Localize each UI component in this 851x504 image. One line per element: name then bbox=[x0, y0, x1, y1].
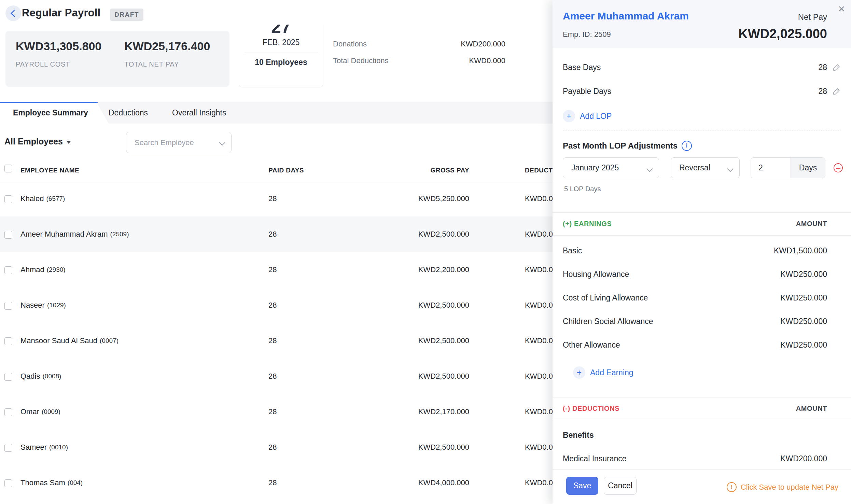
panel-header: Ameer Muhammad Akram Net Pay Emp. ID: 25… bbox=[553, 0, 851, 48]
row-checkbox[interactable] bbox=[4, 337, 12, 345]
back-button[interactable] bbox=[5, 5, 21, 21]
tab-deductions[interactable]: Deductions bbox=[109, 102, 148, 124]
employee-name: Omar bbox=[20, 407, 39, 416]
column-employee-name: EMPLOYEE NAME bbox=[20, 167, 79, 174]
row-checkbox[interactable] bbox=[4, 408, 12, 416]
deduction-group-row: Benefits bbox=[553, 423, 851, 447]
edit-pencil-icon[interactable] bbox=[833, 87, 841, 95]
row-checkbox[interactable] bbox=[4, 231, 12, 239]
employee-id: (0010) bbox=[49, 444, 68, 451]
deduction-group-label: Benefits bbox=[563, 429, 594, 442]
page-title: Regular Payroll bbox=[22, 7, 100, 19]
base-days-row: Base Days 28 bbox=[553, 55, 851, 79]
tab-employee-summary-label[interactable]: Employee Summary bbox=[13, 102, 88, 124]
search-input[interactable] bbox=[134, 138, 207, 148]
total-deductions-label: Total Deductions bbox=[333, 56, 389, 65]
deductions-heading: (-) DEDUCTIONS bbox=[563, 405, 619, 412]
employee-name-cell[interactable]: Khaled(6577) bbox=[20, 181, 65, 216]
pay-date-month-year: FEB, 2025 bbox=[239, 38, 323, 47]
employee-count: 10 Employees bbox=[239, 58, 323, 67]
lop-days-note: 5 LOP Days bbox=[564, 185, 601, 193]
earnings-heading: (+) EARNINGS bbox=[563, 220, 612, 228]
employee-name-cell[interactable]: Omar(0009) bbox=[20, 394, 60, 430]
earning-label: Housing Allowance bbox=[563, 268, 629, 281]
add-lop-button[interactable]: + Add LOP bbox=[563, 110, 612, 122]
earning-row: Children Social AllowanceKWD250.000 bbox=[553, 310, 851, 333]
deductions-rows: Benefits Medical Insurance KWD200.000 bbox=[553, 423, 851, 471]
employee-id: (2930) bbox=[47, 266, 66, 274]
employee-filter-dropdown[interactable]: All Employees bbox=[4, 137, 71, 146]
payroll-cost-label: PAYROLL COST bbox=[16, 60, 101, 68]
employee-pay-panel: Ameer Muhammad Akram Net Pay Emp. ID: 25… bbox=[553, 0, 851, 504]
net-pay-label: Net Pay bbox=[798, 12, 827, 22]
add-lop-label: Add LOP bbox=[580, 112, 612, 121]
earning-label: Children Social Allowance bbox=[563, 316, 653, 328]
employee-name: Mansoor Saud Al Saud bbox=[20, 336, 97, 345]
edit-pencil-icon[interactable] bbox=[833, 63, 841, 71]
info-icon[interactable]: i bbox=[682, 141, 692, 151]
employee-name-cell[interactable]: Naseer(1029) bbox=[20, 288, 66, 323]
lop-type-value: Reversal bbox=[679, 163, 710, 172]
chevron-down-icon bbox=[646, 166, 653, 172]
days-section: Base Days 28 Payable Days 28 bbox=[553, 55, 851, 103]
lop-type-select[interactable]: Reversal bbox=[671, 157, 740, 178]
lop-adjustment-row: January 2025 Reversal Days bbox=[563, 157, 843, 178]
paid-days-cell: 28 bbox=[268, 465, 277, 501]
employee-name-cell[interactable]: Ahmad(2930) bbox=[20, 252, 66, 288]
employee-id: Emp. ID: 2509 bbox=[563, 30, 611, 39]
row-checkbox[interactable] bbox=[4, 302, 12, 310]
employee-name-cell[interactable]: Mansoor Saud Al Saud(0007) bbox=[20, 323, 118, 359]
chevron-left-icon bbox=[10, 10, 18, 17]
warning-icon: ! bbox=[727, 482, 737, 492]
save-warning: ! Click Save to update Net Pay bbox=[727, 470, 838, 504]
employee-search[interactable] bbox=[126, 132, 232, 153]
employee-name: Khaled bbox=[20, 194, 44, 203]
gross-pay-cell: KWD2,500.000 bbox=[401, 323, 469, 359]
date-card-divider bbox=[245, 53, 318, 53]
row-checkbox[interactable] bbox=[4, 444, 12, 452]
net-pay-value: KWD2,025.000 bbox=[738, 27, 827, 41]
add-earning-button[interactable]: + Add Earning bbox=[573, 366, 633, 379]
warning-text: Click Save to update Net Pay bbox=[741, 483, 838, 492]
row-checkbox[interactable] bbox=[4, 195, 12, 203]
lop-month-select[interactable]: January 2025 bbox=[563, 157, 659, 178]
total-deductions-row: Total Deductions KWD0.000 bbox=[333, 56, 505, 65]
deductions-amount-label: AMOUNT bbox=[796, 405, 827, 412]
deduction-label: Medical Insurance bbox=[563, 453, 627, 465]
remove-lop-row-icon[interactable] bbox=[834, 163, 843, 172]
panel-employee-name-link[interactable]: Ameer Muhammad Akram bbox=[563, 10, 689, 22]
paid-days-cell: 28 bbox=[268, 394, 277, 430]
earning-row: Other AllowanceKWD250.000 bbox=[553, 333, 851, 357]
base-days-value: 28 bbox=[818, 63, 827, 72]
earnings-header: (+) EARNINGS AMOUNT bbox=[563, 212, 827, 235]
save-button[interactable]: Save bbox=[566, 477, 598, 495]
paid-days-cell: 28 bbox=[268, 359, 277, 394]
paid-days-cell: 28 bbox=[268, 288, 277, 323]
section-divider bbox=[553, 420, 851, 420]
employee-name-cell[interactable]: Thomas Sam(004) bbox=[20, 465, 83, 501]
row-checkbox[interactable] bbox=[4, 479, 12, 487]
row-checkbox[interactable] bbox=[4, 373, 12, 381]
chevron-down-icon bbox=[219, 139, 225, 145]
employee-name: Qadis bbox=[20, 372, 40, 381]
select-all-checkbox[interactable] bbox=[4, 165, 12, 172]
employee-name-cell[interactable]: Sameer(0010) bbox=[20, 430, 68, 465]
paid-days-cell: 28 bbox=[268, 181, 277, 216]
earning-amount: KWD1,500.000 bbox=[774, 246, 827, 255]
row-checkbox[interactable] bbox=[4, 266, 12, 274]
lop-days-input[interactable] bbox=[751, 158, 791, 178]
employee-name-cell[interactable]: Ameer Muhammad Akram(2509) bbox=[20, 216, 129, 252]
column-gross-pay: GROSS PAY bbox=[401, 167, 469, 174]
cancel-button[interactable]: Cancel bbox=[604, 477, 637, 495]
earning-amount: KWD250.000 bbox=[780, 317, 827, 326]
page-header: Regular Payroll DRAFT bbox=[0, 0, 553, 25]
base-days-label: Base Days bbox=[563, 63, 601, 72]
gross-pay-cell: KWD2,500.000 bbox=[401, 288, 469, 323]
tab-overall-insights[interactable]: Overall Insights bbox=[172, 102, 226, 124]
employee-id: (004) bbox=[68, 479, 83, 487]
close-icon[interactable]: × bbox=[838, 2, 845, 15]
employee-name-cell[interactable]: Qadis(0008) bbox=[20, 359, 61, 394]
chevron-down-icon bbox=[727, 166, 733, 172]
payroll-run-page: 27 FEB, 2025 10 Employees Regular Payrol… bbox=[0, 0, 851, 504]
employee-name: Sameer bbox=[20, 443, 47, 452]
